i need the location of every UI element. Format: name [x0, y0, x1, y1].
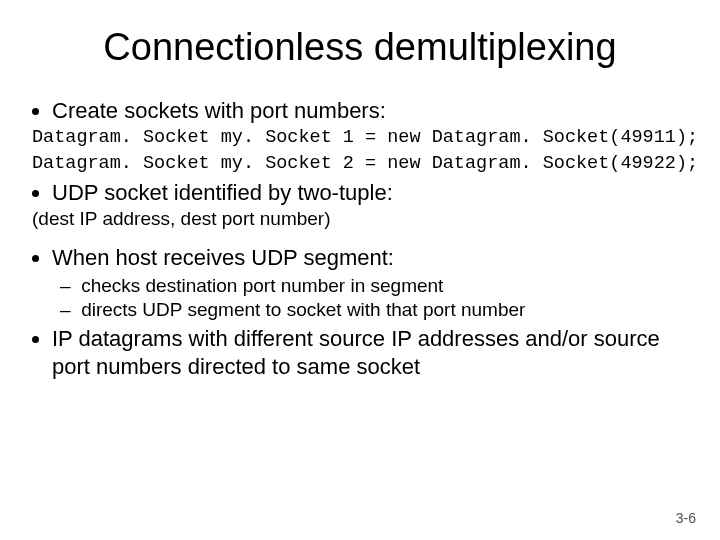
code-line-1: Datagram. Socket my. Socket 1 = new Data…	[32, 127, 690, 149]
bullet-create-sockets: Create sockets with port numbers:	[52, 97, 690, 125]
page-number: 3-6	[676, 510, 696, 526]
bullet-receive-segment: When host receives UDP segment:	[52, 244, 690, 272]
slide-title: Connectionless demultiplexing	[30, 26, 690, 69]
sub-check-port: checks destination port number in segmen…	[60, 274, 690, 298]
bullet-list: Create sockets with port numbers:	[52, 97, 690, 125]
bullet-list-2: UDP socket identified by two-tuple:	[52, 179, 690, 207]
sublist: checks destination port number in segmen…	[60, 274, 690, 322]
sub-direct-socket: directs UDP segment to socket with that …	[60, 298, 690, 322]
slide: Connectionless demultiplexing Create soc…	[0, 0, 720, 540]
bullet-same-socket: IP datagrams with different source IP ad…	[52, 325, 690, 380]
bullet-list-4: IP datagrams with different source IP ad…	[52, 325, 690, 380]
bullet-list-3: When host receives UDP segment:	[52, 244, 690, 272]
bullet-udp-tuple: UDP socket identified by two-tuple:	[52, 179, 690, 207]
tuple-note: (dest IP address, dest port number)	[32, 208, 690, 230]
code-line-2: Datagram. Socket my. Socket 2 = new Data…	[32, 153, 690, 175]
